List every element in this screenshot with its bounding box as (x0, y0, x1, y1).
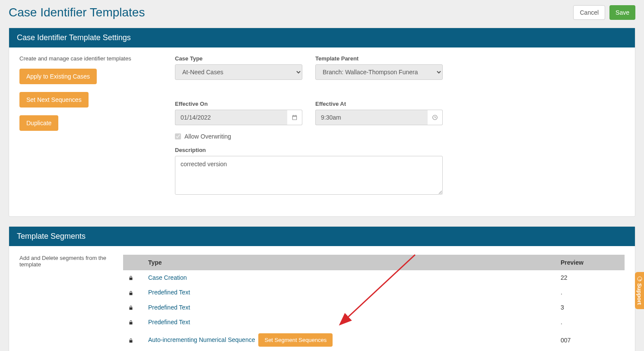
table-row: Case Creation22 (123, 270, 625, 285)
description-label: Description (175, 147, 443, 153)
clock-icon[interactable] (428, 110, 443, 125)
lock-icon (128, 319, 134, 326)
allow-overwriting-label: Allow Overwriting (184, 133, 231, 140)
table-row: Auto-incrementing Numerical SequenceSet … (123, 329, 625, 351)
segment-preview-cell: . (555, 315, 625, 329)
effective-at-input[interactable] (315, 110, 428, 125)
set-next-sequences-button[interactable]: Set Next Sequences (19, 92, 89, 108)
support-icon: ? (637, 276, 642, 281)
case-type-select[interactable]: At-Need Cases (175, 64, 302, 80)
effective-on-input[interactable] (175, 110, 287, 125)
segments-panel-header: Template Segments (9, 227, 635, 246)
segments-panel: Template Segments Add and Delete segment… (9, 226, 635, 351)
case-type-label: Case Type (175, 55, 302, 62)
template-parent-label: Template Parent (315, 55, 443, 62)
segment-preview-cell: 007 (555, 329, 625, 351)
support-label: Support (636, 283, 643, 305)
segments-helper-text: Add and Delete segments from the templat… (19, 255, 123, 351)
lock-icon (128, 338, 134, 344)
effective-on-label: Effective On (175, 101, 302, 107)
segment-preview-cell: . (555, 285, 625, 300)
segments-table: Type Preview Case Creation22Predefined T… (123, 255, 625, 351)
calendar-icon[interactable] (287, 110, 302, 125)
cancel-button[interactable]: Cancel (573, 5, 605, 20)
allow-overwriting-checkbox[interactable] (175, 133, 181, 139)
segment-preview-cell: 3 (555, 300, 625, 315)
col-type-header: Type (143, 255, 555, 270)
lock-icon (128, 290, 134, 296)
header-actions: Cancel Save (573, 5, 635, 20)
segment-preview-cell: 22 (555, 270, 625, 285)
save-button[interactable]: Save (609, 5, 635, 20)
segment-type-link[interactable]: Predefined Text (148, 319, 190, 326)
segment-type-link[interactable]: Case Creation (148, 274, 187, 281)
lock-icon (128, 305, 134, 311)
apply-existing-cases-button[interactable]: Apply to Existing Cases (19, 69, 97, 84)
duplicate-button[interactable]: Duplicate (19, 115, 58, 131)
effective-at-label: Effective At (315, 101, 443, 107)
table-row: Predefined Text. (123, 285, 625, 300)
segment-type-link[interactable]: Predefined Text (148, 304, 190, 311)
template-parent-select[interactable]: Branch: Wallace-Thompson Funera (315, 64, 443, 80)
lock-icon (128, 275, 134, 281)
segment-type-link[interactable]: Auto-incrementing Numerical Sequence (148, 336, 255, 343)
settings-panel-header: Case Identifier Template Settings (9, 28, 635, 47)
set-segment-sequences-button[interactable]: Set Segment Sequences (258, 333, 333, 347)
svg-text:?: ? (638, 279, 641, 281)
page-title: Case Identifier Templates (9, 6, 145, 19)
settings-panel: Case Identifier Template Settings Create… (9, 28, 635, 217)
support-tab[interactable]: ? Support (635, 272, 644, 309)
table-row: Predefined Text. (123, 315, 625, 329)
segment-type-link[interactable]: Predefined Text (148, 289, 190, 296)
settings-helper-text: Create and manage case identifier templa… (19, 55, 175, 62)
col-preview-header: Preview (555, 255, 625, 270)
description-textarea[interactable]: corrected version (175, 156, 443, 195)
table-row: Predefined Text3 (123, 300, 625, 315)
